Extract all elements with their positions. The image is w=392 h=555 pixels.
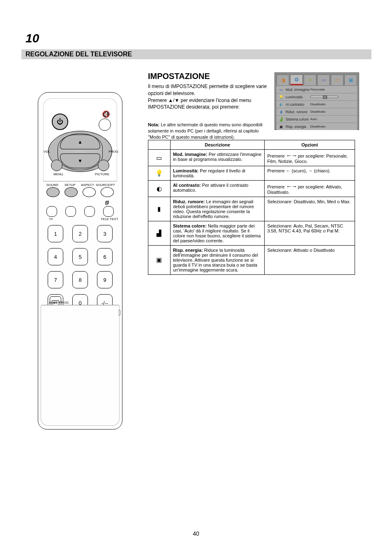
osd-preview: ◑ ⚙ ✦ ═ ▭ ▣ ▭ Mod. immagine Personale 💡 … <box>274 72 359 130</box>
desc-cell: Riduz. rumore: Le immagini dei segnali d… <box>170 197 265 221</box>
aspect-label: ASPECT <box>81 183 94 187</box>
sourcept-label: SOURCE/PT <box>96 183 115 187</box>
section-title: IMPOSTAZIONE <box>148 72 210 81</box>
nav-right-button[interactable] <box>98 160 109 171</box>
left-right-arrow-icon: ←→ <box>286 152 297 159</box>
table-row: ▟Sistema colore: Nella maggior parte dei… <box>148 221 355 246</box>
contrast-icon: ◐ <box>148 181 171 197</box>
note-text: Nota: Le altre schermate di questo menu … <box>148 122 267 140</box>
osd-row-energy: ▣ Risp. energia Disattivato <box>277 123 357 130</box>
key-5[interactable]: 5 <box>72 248 88 265</box>
keypad: 1 2 3 4 5 6 7 8 9 0 -/-- <box>48 225 113 311</box>
power-button[interactable]: ⏻ <box>52 114 68 130</box>
bulb-icon: 💡 <box>148 166 171 181</box>
osd-row-contrast: ◐ AI contrasto Disattivato <box>277 101 357 108</box>
osd-row-brightness: 💡 Luminosità <box>277 93 357 100</box>
osd-rows: ▭ Mod. immagine Personale 💡 Luminosità ◐… <box>275 85 359 132</box>
desc-cell: Sistema colore: Nella maggior parte dei … <box>170 221 265 246</box>
bars-icon: ▟ <box>278 117 284 122</box>
table-row: ◐AI contrasto: Per attivare il contrasto… <box>148 181 355 197</box>
opt-cell: Premere ← (scuro), → (chiaro). <box>265 166 355 181</box>
camera-icon: ▣ <box>278 124 284 129</box>
desc-cell: AI contrasto: Per attivare il contrasto … <box>170 181 265 197</box>
header-bar: REGOLAZIONE DEL TELEVISORE <box>21 49 371 59</box>
intro-line2: Premere ▲/▼ per evidenziare l'icona del … <box>148 97 267 111</box>
table-row: ▮Riduz. rumore: Le immagini dei segnali … <box>148 197 355 221</box>
chevron-up-icon: ▲ <box>78 139 83 145</box>
osd-tab-nitidezza: ✦ <box>304 74 316 85</box>
vol-label: VOL <box>44 150 50 153</box>
adjust-icon: ▣ <box>348 77 353 83</box>
nr-icon: ▮ <box>148 197 171 221</box>
th-icon <box>148 140 171 150</box>
remote-oval-row: SOUND SETUP ASPECT SOURCE/PT <box>46 187 114 197</box>
osd-row-nr: ▮ Riduz. rumore Disattivato <box>277 108 357 115</box>
osd-tab-aggiusta: ▣ <box>344 74 357 85</box>
setup-button[interactable] <box>65 187 78 197</box>
page-number-bottom: 40 <box>193 530 199 537</box>
sound-button[interactable] <box>46 187 60 197</box>
th-opt: Opzioni <box>265 140 355 150</box>
top-page-index: 10 <box>25 31 39 45</box>
remote-top-panel: ⏻ 🔇 VOL PROG ▲ ▼ MENU PICTURE <box>43 98 117 181</box>
color-icon: ▟ <box>148 221 171 246</box>
gear-icon: ⚙ <box>294 77 299 83</box>
remote-round-row: T/I 🗐 TELE TEXT <box>46 206 114 217</box>
teletext-icon: 🗐 <box>105 200 109 205</box>
key-6[interactable]: 6 <box>97 248 113 265</box>
source-button[interactable] <box>101 187 114 197</box>
opt-cell: Premere ←→ per scegliere: Attivato, Disa… <box>265 181 355 197</box>
desc-cell: Mod. immagine: Per ottimizzare l'immagin… <box>170 150 265 166</box>
contrast-icon: ◐ <box>278 102 284 107</box>
palette-icon: ◑ <box>281 77 285 83</box>
desc-cell: Luminosità: Per regolare il livello di l… <box>170 166 265 181</box>
intro-line1: Il menu di IMPOSTAZIONE permette di sceg… <box>148 83 267 97</box>
left-right-arrow-icon: ←→ <box>286 183 297 190</box>
osd-tabs: ◑ ⚙ ✦ ═ ▭ ▣ <box>275 73 359 85</box>
desc-cell: Risp. energia: Riduce la luminosità dell… <box>170 246 265 275</box>
menu-label: MENU <box>53 172 63 176</box>
aspect-button[interactable] <box>83 187 96 197</box>
key-8[interactable]: 8 <box>72 271 88 288</box>
key-1[interactable]: 1 <box>48 225 63 242</box>
tele-label: TELE TEXT <box>101 217 118 221</box>
table-row: ▣Risp. energia: Riduce la luminosità del… <box>148 246 355 275</box>
remote-cover <box>41 305 120 426</box>
yellow-button[interactable] <box>84 206 95 217</box>
key-7[interactable]: 7 <box>48 271 63 288</box>
mute-icon: 🔇 <box>102 110 110 118</box>
autoprog-label: AUTO PROG <box>49 301 69 304</box>
nav-up-button[interactable]: ▲ <box>60 135 100 149</box>
opt-cell: Premere ←→ per scegliere: Personale, Fil… <box>265 150 355 166</box>
setup-label: SETUP <box>65 183 76 187</box>
nav-left-button[interactable] <box>51 160 62 171</box>
ti-label: T/I <box>49 217 53 221</box>
blue-button[interactable] <box>103 206 114 217</box>
key-3[interactable]: 3 <box>97 225 113 242</box>
page-icon: ▭ <box>335 77 340 83</box>
page: 10 REGOLAZIONE DEL TELEVISORE IMPOSTAZIO… <box>0 0 392 555</box>
mode-icon: ▭ <box>148 150 171 166</box>
table-row: ▭Mod. immagine: Per ottimizzare l'immagi… <box>148 150 355 166</box>
up-down-arrow-icon: ▲/▼ <box>168 97 179 104</box>
green-button[interactable] <box>65 206 76 217</box>
red-button[interactable] <box>46 206 57 217</box>
picture-label: PICTURE <box>95 172 109 176</box>
osd-tab-schermo: ═ <box>317 74 330 85</box>
mute-button[interactable] <box>99 118 111 131</box>
osd-row-mode: ▭ Mod. immagine Personale <box>277 86 357 93</box>
sound-label: SOUND <box>46 183 58 187</box>
key-9[interactable]: 9 <box>97 271 113 288</box>
power-icon: ⏻ <box>57 118 63 125</box>
remote-control: ⏻ 🔇 VOL PROG ▲ ▼ MENU PICTURE SOUND SETU <box>38 92 122 430</box>
key-4[interactable]: 4 <box>48 248 63 265</box>
osd-row-color: ▟ Sistema colore Auto <box>277 116 357 123</box>
key-2[interactable]: 2 <box>72 225 88 242</box>
cover-notch <box>118 310 120 316</box>
sliders-icon: ═ <box>322 77 325 83</box>
bulb-icon: 💡 <box>278 95 284 100</box>
osd-tab-impostazione: ⚙ <box>290 74 303 85</box>
th-desc: Descrizione <box>170 140 265 150</box>
prog-label: PROG <box>108 150 118 153</box>
intro-text: Il menu di IMPOSTAZIONE permette di sceg… <box>148 83 267 111</box>
